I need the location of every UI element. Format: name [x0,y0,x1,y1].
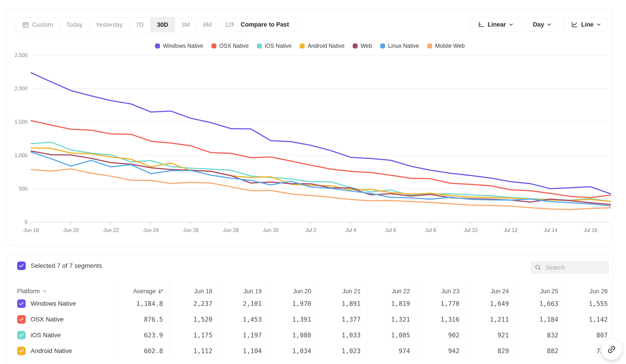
data-value: 1,321 [366,312,416,327]
data-value: 1,184 [515,312,564,327]
average-value: 1,184.8 [120,296,169,312]
legend-swatch [380,43,385,48]
chart-options: Linear Day Line [471,17,608,32]
data-value: 1,663 [515,296,564,312]
compare-to-past-button[interactable]: Compare to Past [234,17,296,32]
segment-search [530,261,609,274]
data-value: 882 [515,343,564,359]
legend-item[interactable]: Linux Native [380,42,419,49]
svg-text:Jul 2: Jul 2 [305,227,316,233]
svg-text:Jul 6: Jul 6 [385,227,396,233]
chart-toolbar: CustomTodayYesterday7D30D3M6M12M Compare… [7,9,613,40]
segment-label: OSX Native [31,316,64,323]
data-value: 1,023 [317,343,366,359]
legend-item[interactable]: Web [353,42,372,49]
column-header-label: Jun 22 [392,288,410,295]
data-value: 1,033 [317,327,366,343]
svg-text:Jun 22: Jun 22 [103,227,119,233]
legend-item[interactable]: Android Native [300,42,345,49]
search-input[interactable] [545,264,605,271]
segments-header-row: Selected 7 of 7 segments [7,255,613,280]
segment-checkbox[interactable] [17,315,26,324]
segment-checkbox[interactable] [17,347,26,355]
segments-panel: Selected 7 of 7 segments PlatformAverage… [7,255,613,364]
svg-text:Jun 26: Jun 26 [183,227,199,233]
selected-summary: Selected 7 of 7 segments [31,262,102,269]
chart-type-label: Line [581,21,593,28]
segment-row-android-native: Android Native [7,343,120,359]
date-range-label: 6M [203,21,212,28]
legend-item[interactable]: OSX Native [211,42,249,49]
date-range-label: Yesterday [96,21,122,28]
data-value: 2,101 [218,296,268,312]
legend-label: Windows Native [163,42,203,49]
svg-text:Jun 28: Jun 28 [223,227,239,233]
legend-item[interactable]: iOS Native [257,42,292,49]
series-line-osx-native [31,121,610,198]
date-range-30d[interactable]: 30D [151,18,175,32]
date-range-label: 3M [181,21,190,28]
segment-label: iOS Native [31,331,61,339]
date-range-label: Custom [32,21,53,28]
svg-text:Jun 18: Jun 18 [23,227,39,233]
svg-text:Jul 16: Jul 16 [584,227,597,233]
column-header-label: Jun 19 [244,288,262,295]
data-value: 1,391 [268,312,317,327]
column-header-label: Jun 18 [194,288,212,295]
legend-label: iOS Native [265,42,292,49]
date-range-custom[interactable]: Custom [16,18,60,32]
date-range-3m[interactable]: 3M [175,18,197,32]
data-value: 1,819 [366,296,416,312]
legend-swatch [257,43,262,48]
column-header-label: Jun 23 [441,288,460,295]
interval-dropdown[interactable]: Day [526,17,558,32]
data-value: 1,520 [169,312,218,327]
date-range-control: CustomTodayYesterday7D30D3M6M12M [16,17,244,32]
segment-label: Android Native [31,347,72,355]
legend-item[interactable]: Windows Native [155,42,203,49]
svg-text:0: 0 [25,219,28,225]
column-header-label: Average [133,288,156,295]
data-value: 1,080 [268,327,317,343]
data-value: 974 [366,343,416,359]
date-range-7d[interactable]: 7D [129,18,151,32]
segment-row-osx-native: OSX Native [7,312,120,327]
legend-label: Mobile Web [435,42,465,49]
legend-swatch [155,43,160,48]
date-range-yesterday[interactable]: Yesterday [89,18,129,32]
data-value: 1,104 [218,343,268,359]
chevron-down-icon [42,290,46,292]
data-value: 832 [515,327,564,343]
segment-checkbox[interactable] [17,331,26,339]
data-value: 902 [416,327,465,343]
select-all-checkbox[interactable] [17,261,26,270]
data-value: 1,316 [416,312,465,327]
svg-text:Jul 8: Jul 8 [425,227,436,233]
interval-label: Day [533,21,544,28]
chevron-down-icon [547,23,551,26]
data-value: 807 [564,327,613,343]
svg-text:Jul 14: Jul 14 [544,227,557,233]
share-link-button[interactable] [601,339,622,360]
data-value: 1,453 [218,312,268,327]
data-value: 1,970 [268,296,317,312]
series-line-windows-native [31,73,610,194]
series-line-mobile-web [31,169,610,210]
chart-legend: Windows NativeOSX NativeiOS NativeAndroi… [7,42,613,49]
scale-dropdown[interactable]: Linear [471,17,520,32]
segment-checkbox[interactable] [17,299,26,308]
date-range-today[interactable]: Today [60,18,89,32]
legend-item[interactable]: Mobile Web [427,42,465,49]
svg-text:1,000: 1,000 [14,152,28,158]
legend-swatch [353,43,358,48]
data-value: 1,034 [268,343,317,359]
chart-type-dropdown[interactable]: Line [564,17,608,32]
date-range-label: Today [66,21,82,28]
average-value: 623.9 [120,327,169,343]
date-range-label: 7D [136,21,144,28]
date-range-label: 30D [157,21,168,28]
date-range-6m[interactable]: 6M [197,18,219,32]
data-value: 1,197 [218,327,268,343]
sort-descending-icon[interactable] [158,288,163,294]
data-value: 1,175 [169,327,218,343]
